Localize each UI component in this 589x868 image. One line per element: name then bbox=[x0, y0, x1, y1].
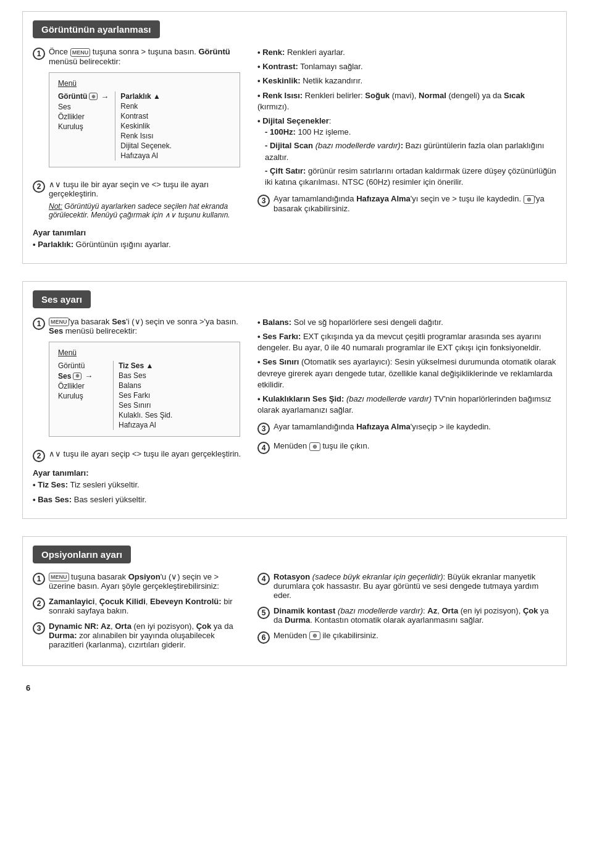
ops-step-1-text: MENU tuşuna basarak Opsiyon'u (∨) seçin … bbox=[49, 572, 219, 591]
diagram-title: Menü bbox=[58, 79, 231, 88]
ses-arrow: → bbox=[85, 371, 93, 381]
ses-step-circle-1: 1 bbox=[33, 318, 45, 330]
menu-icon-ses4: ⊕ bbox=[309, 442, 320, 451]
ses-icon: ⊕ bbox=[73, 373, 81, 380]
menu-icon-3: ⊕ bbox=[524, 195, 535, 204]
ses-bullet-kulaklises: Kulaklıkların Ses Şid: (bazı modellerde … bbox=[257, 394, 556, 416]
ses-ayar-title: Ayar tanımları: bbox=[33, 468, 243, 478]
ses-step-2: 2 ∧∨ tuşu ile ayarı seçip <> tuşu ile ay… bbox=[33, 449, 243, 462]
ses-ayar-list: Tiz Ses: Tiz sesleri yükseltir. Bas Ses:… bbox=[33, 479, 243, 505]
ops-step-4: 4 Rotasyon (sadece büyk ekranlar için ge… bbox=[257, 572, 556, 600]
bullet-renkisisi: Renk Isısı: Renkleri belirler: Soğuk (ma… bbox=[257, 90, 556, 112]
goruntu-ayar-list: Parlaklık: Görüntünün ışığını ayarlar. bbox=[33, 239, 243, 250]
ses-step-2-content: ∧∨ tuşu ile ayarı seçip <> tuşu ile ayar… bbox=[49, 449, 243, 458]
ops-step-circle-6: 6 bbox=[257, 631, 270, 644]
ses-left-ses: Ses ⊕ → bbox=[58, 371, 108, 381]
diagram-right-renkisisi: Renk Isısı bbox=[120, 131, 182, 141]
ops-step-1: 1 MENU tuşuna basarak Opsiyon'u (∨) seçi… bbox=[33, 572, 243, 591]
goruntu-step-3: 3 Ayar tamamlandığında Hafızaya Alma'yı … bbox=[257, 194, 556, 213]
ses-step-3: 3 Ayar tamamlandığında Hafızaya Alma'yıs… bbox=[257, 422, 556, 435]
diagram-left: Görüntü ⊕ → Ses Özllikler Kuruluş bbox=[58, 91, 115, 161]
ops-step-2-text: Zamanlayici, Çocuk Kilidi, Ebeveyn Kontr… bbox=[49, 597, 233, 615]
ops-step-4-text: Rotasyon (sadece büyk ekranlar için geçe… bbox=[274, 572, 538, 600]
ses-step-3-text: Ayar tamamlandığında Hafızaya Alma'yıseç… bbox=[274, 422, 491, 431]
ses-step-2-text: ∧∨ tuşu ile ayarı seçip <> tuşu ile ayar… bbox=[49, 449, 241, 458]
ses-step-1-text: MENU'ya basarak Ses'i (∨) seçin ve sonra… bbox=[49, 317, 238, 336]
diagram-right-kontrast: Kontrast bbox=[120, 111, 182, 121]
ops-step-5-content: Dinamik kontast (bazı modellerde vardır)… bbox=[274, 606, 556, 625]
diagram-right: Parlaklık ▲ Renk Kontrast Keskinlik Renk… bbox=[120, 91, 182, 161]
ses-right-tizses: Tiz Ses ▲ bbox=[119, 361, 180, 371]
ses-ayar-tizses: Tiz Ses: Tiz sesleri yükseltir. bbox=[33, 479, 243, 491]
section-header-goruntu: Görüntünün ayarlanması bbox=[33, 20, 160, 38]
ses-left: 1 MENU'ya basarak Ses'i (∨) seçin ve son… bbox=[33, 317, 243, 508]
ses-bullet-balans: Balans: Sol ve sğ hoparlörlere sesi deng… bbox=[257, 317, 556, 328]
section-ses: Ses ayarı 1 MENU'ya basarak Ses'i (∨) se… bbox=[22, 281, 567, 519]
ses-diagram-left: Görüntü Ses ⊕ → Özllikler Kuruluş bbox=[58, 361, 114, 430]
menu-icon-ops6: ⊕ bbox=[309, 631, 320, 640]
goruntu-step-2-text: ∧∨ tuşu ile bir ayar seçin ve <> tuşu il… bbox=[49, 180, 209, 198]
ops-step-circle-1: 1 bbox=[33, 573, 45, 585]
ses-right-basses: Bas Ses bbox=[119, 371, 180, 381]
diagram-left-ozllikler: Özllikler bbox=[58, 112, 110, 122]
diagram-right-hafiza: Hafızaya Al bbox=[120, 151, 182, 161]
ses-right-kulaklises: Kulaklı. Ses Şid. bbox=[119, 410, 180, 420]
ses-right-hafiza: Hafızaya Al bbox=[119, 420, 180, 430]
goruntu-diagram: Menü Görüntü ⊕ → Ses Özllikler Kuruluş P… bbox=[49, 72, 240, 167]
ops-step-circle-2: 2 bbox=[33, 597, 45, 610]
bullet-kontrast: Kontrast: Tonlamayı sağlar. bbox=[257, 61, 556, 72]
bullet-keskinlik: Keskinlik: Netlik kazandırır. bbox=[257, 75, 556, 86]
ses-step-1: 1 MENU'ya basarak Ses'i (∨) seçin ve son… bbox=[33, 317, 243, 444]
step-circle-3: 3 bbox=[257, 195, 270, 207]
section-header-ses: Ses ayarı bbox=[33, 290, 91, 308]
page-content: Görüntünün ayarlanması 1 Önce MENU tuşun… bbox=[22, 11, 567, 693]
ops-step-4-content: Rotasyon (sadece büyk ekranlar için geçe… bbox=[274, 572, 556, 600]
goruntu-ayar-parlaklik: Parlaklık: Görüntünün ışığını ayarlar. bbox=[33, 239, 243, 250]
ses-left-kurulus: Kuruluş bbox=[58, 391, 108, 401]
step-circle-1: 1 bbox=[33, 48, 45, 60]
ses-bullets: Balans: Sol ve sğ hoparlörlere sesi deng… bbox=[257, 317, 556, 416]
ops-step-5-text: Dinamik kontast (bazı modellerde vardır)… bbox=[274, 606, 549, 625]
ops-step-6: 6 Menüden ⊕ ile çıkabilirsiniz. bbox=[257, 631, 556, 644]
goruntu-step-2-note: Not: Görüntüyü ayarlarken sadece seçilen… bbox=[49, 202, 243, 219]
page-number: 6 bbox=[22, 683, 567, 693]
ses-bullet-sessiniri: Ses Sınırı (Otomatik ses ayarlayıcı): Se… bbox=[257, 356, 556, 390]
ses-bullet-sesfarki: Ses Farkı: EXT çıkışında ya da mevcut çe… bbox=[257, 331, 556, 353]
goruntu-step-3-text: Ayar tamamlandığında Hafızaya Alma'yı se… bbox=[274, 194, 545, 213]
ses-right: Balans: Sol ve sğ hoparlörlere sesi deng… bbox=[257, 317, 556, 508]
goruntu-step-3-content: Ayar tamamlandığında Hafızaya Alma'yı se… bbox=[274, 194, 556, 213]
opsiyonlar-left: 1 MENU tuşuna basarak Opsiyon'u (∨) seçi… bbox=[33, 572, 243, 656]
section-opsiyonlar: Opsiyonların ayarı 1 MENU tuşuna basarak… bbox=[22, 536, 567, 667]
dash-100hz: 100Hz: 100 Hz işleme. bbox=[265, 127, 556, 138]
ses-step-3-content: Ayar tamamlandığında Hafızaya Alma'yıseç… bbox=[274, 422, 556, 431]
goruntu-step-2-content: ∧∨ tuşu ile bir ayar seçin ve <> tuşu il… bbox=[49, 180, 243, 222]
diagram-right-keskinlik: Keskinlik bbox=[120, 121, 182, 131]
diagram-left-ses: Ses bbox=[58, 102, 110, 112]
ses-diagram: Menü Görüntü Ses ⊕ → Özllikler Kuruluş T… bbox=[49, 342, 240, 437]
ses-diagram-title: Menü bbox=[58, 348, 231, 357]
ops-step-2: 2 Zamanlayici, Çocuk Kilidi, Ebeveyn Kon… bbox=[33, 597, 243, 615]
goruntu-ayar-title: Ayar tanımları bbox=[33, 228, 243, 237]
diagram-right-dijital: Dijital Seçenek. bbox=[120, 141, 182, 151]
ses-left-goruntu: Görüntü bbox=[58, 361, 108, 371]
ops-step-6-content: Menüden ⊕ ile çıkabilirsiniz. bbox=[274, 631, 556, 641]
ses-right-sessiniri: Ses Sınırı bbox=[119, 400, 180, 410]
bullet-dijital: Dijital Seçenekler: 100Hz: 100 Hz işleme… bbox=[257, 116, 556, 188]
ops-step-3-text: Dynamic NR: Az, Orta (en iyi pozisyon), … bbox=[49, 622, 233, 649]
ses-step-circle-3: 3 bbox=[257, 423, 270, 435]
ses-step-4-content: Menüden ⊕ tuşu ile çıkın. bbox=[274, 441, 556, 451]
ses-step-1-content: MENU'ya basarak Ses'i (∨) seçin ve sonra… bbox=[49, 317, 243, 444]
goruntu-bullets: Renk: Renkleri ayarlar. Kontrast: Tonlam… bbox=[257, 47, 556, 188]
ops-step-1-content: MENU tuşuna basarak Opsiyon'u (∨) seçin … bbox=[49, 572, 243, 591]
ses-diagram-right: Tiz Ses ▲ Bas Ses Balans Ses Farkı Ses S… bbox=[119, 361, 180, 430]
arrow-right: → bbox=[101, 92, 109, 101]
ses-step-4: 4 Menüden ⊕ tuşu ile çıkın. bbox=[257, 441, 556, 454]
menu-icon: MENU bbox=[70, 48, 91, 57]
ses-right-sesfarki: Ses Farkı bbox=[119, 390, 180, 400]
bullet-renk: Renk: Renkleri ayarlar. bbox=[257, 47, 556, 58]
goruntu-step-1-text: Önce MENU tuşuna sonra > tuşuna basın. G… bbox=[49, 47, 230, 66]
section-goruntu: Görüntünün ayarlanması 1 Önce MENU tuşun… bbox=[22, 11, 567, 264]
menu-icon-ops: MENU bbox=[49, 573, 69, 581]
goruntu-right: Renk: Renkleri ayarlar. Kontrast: Tonlam… bbox=[257, 47, 556, 253]
step-circle-2: 2 bbox=[33, 180, 45, 193]
